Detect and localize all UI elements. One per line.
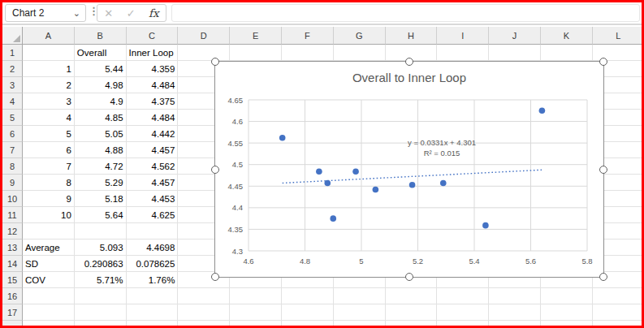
cell-C16[interactable] bbox=[127, 288, 179, 304]
row-header-16[interactable]: 16 bbox=[2, 288, 23, 304]
cell-B15[interactable]: 5.71% bbox=[75, 272, 127, 288]
cell-E16[interactable] bbox=[230, 288, 282, 304]
cell-G18[interactable] bbox=[334, 321, 386, 326]
cell-K16[interactable] bbox=[541, 288, 593, 304]
data-point[interactable] bbox=[409, 182, 416, 188]
cell-F17[interactable] bbox=[282, 304, 334, 321]
column-header-E[interactable]: E bbox=[230, 27, 282, 45]
chart-resize-handle-top-left[interactable] bbox=[211, 58, 219, 66]
row-header-14[interactable]: 14 bbox=[2, 256, 23, 272]
cell-A8[interactable]: 7 bbox=[23, 158, 75, 175]
cell-F1[interactable] bbox=[282, 45, 334, 61]
chart-resize-handle-bottom-right[interactable] bbox=[599, 273, 607, 281]
name-box[interactable]: Chart 2 ⌄ bbox=[5, 4, 86, 22]
column-header-H[interactable]: H bbox=[386, 27, 438, 45]
cell-C1[interactable]: Inner Loop bbox=[127, 45, 179, 61]
formula-input[interactable] bbox=[171, 4, 640, 22]
row-header-15[interactable]: 15 bbox=[2, 272, 23, 288]
cell-B3[interactable]: 4.98 bbox=[75, 77, 127, 93]
y-axis-tick-labels[interactable]: 4.34.354.44.454.54.554.64.65 bbox=[228, 96, 244, 256]
cell-L16[interactable] bbox=[593, 288, 642, 304]
row-header-1[interactable]: 1 bbox=[2, 45, 23, 61]
x-axis-tick-labels[interactable]: 4.64.855.25.45.65.8 bbox=[243, 257, 592, 265]
cell-D17[interactable] bbox=[178, 304, 230, 321]
cell-L17[interactable] bbox=[593, 304, 642, 321]
cell-J18[interactable] bbox=[489, 321, 541, 326]
cell-B9[interactable]: 5.29 bbox=[75, 175, 127, 191]
cell-K1[interactable] bbox=[541, 45, 593, 61]
cell-A7[interactable]: 6 bbox=[23, 142, 75, 158]
cell-A4[interactable]: 3 bbox=[23, 93, 75, 110]
data-point[interactable] bbox=[373, 187, 379, 193]
cell-B16[interactable] bbox=[75, 288, 127, 304]
cell-A14[interactable]: SD bbox=[23, 256, 75, 272]
column-header-K[interactable]: K bbox=[541, 27, 593, 45]
cell-C10[interactable]: 4.453 bbox=[127, 191, 179, 207]
cell-B12[interactable] bbox=[75, 223, 127, 240]
cell-I1[interactable] bbox=[437, 45, 489, 61]
cell-B1[interactable]: Overall bbox=[75, 45, 127, 61]
cell-B17[interactable] bbox=[75, 304, 127, 321]
column-header-A[interactable]: A bbox=[23, 27, 75, 45]
cell-B6[interactable]: 5.05 bbox=[75, 126, 127, 142]
data-point[interactable] bbox=[440, 180, 447, 187]
cell-C11[interactable]: 4.625 bbox=[127, 207, 179, 223]
row-header-8[interactable]: 8 bbox=[2, 158, 23, 175]
cell-B10[interactable]: 5.18 bbox=[75, 191, 127, 207]
cell-E18[interactable] bbox=[230, 321, 282, 326]
cell-B2[interactable]: 5.44 bbox=[75, 61, 127, 77]
cell-A13[interactable]: Average bbox=[23, 240, 75, 256]
column-header-B[interactable]: B bbox=[75, 27, 127, 45]
cell-H18[interactable] bbox=[386, 321, 438, 326]
cell-B18[interactable] bbox=[75, 321, 127, 326]
data-point[interactable] bbox=[352, 168, 359, 175]
row-header-17[interactable]: 17 bbox=[2, 304, 23, 321]
data-point[interactable] bbox=[279, 135, 286, 141]
row-header-3[interactable]: 3 bbox=[2, 77, 23, 93]
cell-A11[interactable]: 10 bbox=[23, 207, 75, 223]
chart-resize-handle-bottom-left[interactable] bbox=[211, 273, 219, 281]
data-point[interactable] bbox=[539, 107, 546, 114]
column-header-C[interactable]: C bbox=[127, 27, 179, 45]
cell-H16[interactable] bbox=[386, 288, 438, 304]
cell-A10[interactable]: 9 bbox=[23, 191, 75, 207]
cell-C8[interactable]: 4.562 bbox=[127, 158, 179, 175]
cell-F18[interactable] bbox=[282, 321, 334, 326]
chart-title[interactable]: Overall to Inner Loop bbox=[215, 71, 603, 84]
row-header-12[interactable]: 12 bbox=[2, 223, 23, 240]
cell-B8[interactable]: 4.72 bbox=[75, 158, 127, 175]
cell-J16[interactable] bbox=[489, 288, 541, 304]
cell-K18[interactable] bbox=[541, 321, 593, 326]
cell-H17[interactable] bbox=[386, 304, 438, 321]
cell-B13[interactable]: 5.093 bbox=[75, 240, 127, 256]
cell-G1[interactable] bbox=[334, 45, 386, 61]
cell-A16[interactable] bbox=[23, 288, 75, 304]
cancel-icon[interactable]: ✕ bbox=[104, 7, 113, 19]
data-point[interactable] bbox=[316, 168, 322, 175]
select-all-button[interactable] bbox=[2, 27, 23, 45]
row-header-2[interactable]: 2 bbox=[2, 61, 23, 77]
cell-A1[interactable] bbox=[23, 45, 75, 61]
chart-resize-handle-middle-left[interactable] bbox=[211, 166, 219, 174]
row-header-6[interactable]: 6 bbox=[2, 126, 23, 142]
cell-K17[interactable] bbox=[541, 304, 593, 321]
chart-overall-to-inner-loop[interactable]: 4.34.354.44.454.54.554.64.654.64.855.25.… bbox=[214, 61, 604, 278]
cell-C17[interactable] bbox=[127, 304, 179, 321]
cell-G17[interactable] bbox=[334, 304, 386, 321]
data-point[interactable] bbox=[482, 222, 489, 229]
cell-C5[interactable]: 4.484 bbox=[127, 110, 179, 126]
cell-A18[interactable] bbox=[23, 321, 75, 326]
cell-C7[interactable]: 4.457 bbox=[127, 142, 179, 158]
column-header-J[interactable]: J bbox=[489, 27, 541, 45]
cell-A17[interactable] bbox=[23, 304, 75, 321]
insert-function-icon[interactable]: fx bbox=[149, 6, 159, 19]
data-point[interactable] bbox=[325, 180, 331, 187]
row-header-11[interactable]: 11 bbox=[2, 207, 23, 223]
chevron-down-icon[interactable]: ⌄ bbox=[73, 9, 85, 17]
cell-E17[interactable] bbox=[230, 304, 282, 321]
cell-C14[interactable]: 0.078625 bbox=[127, 256, 179, 272]
cell-A3[interactable]: 2 bbox=[23, 77, 75, 93]
column-header-D[interactable]: D bbox=[178, 27, 230, 45]
cell-B4[interactable]: 4.9 bbox=[75, 93, 127, 110]
cell-C2[interactable]: 4.359 bbox=[127, 61, 179, 77]
